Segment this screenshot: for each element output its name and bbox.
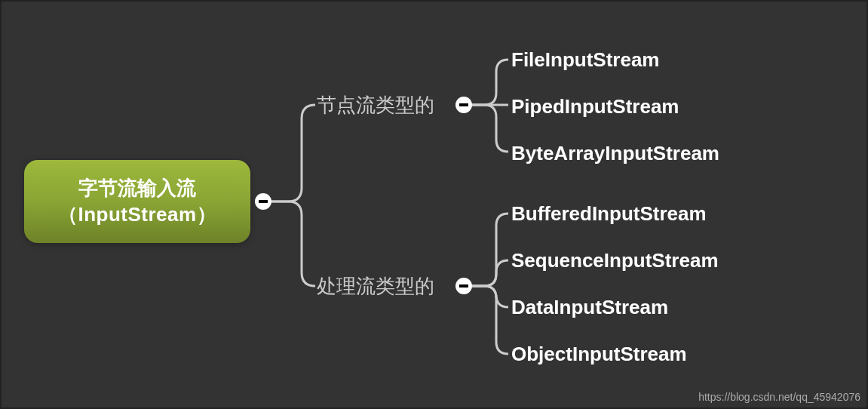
leaf-label: PipedInputStream — [511, 95, 679, 118]
branch-node-stream[interactable]: 节点流类型的 — [317, 92, 434, 118]
leaf-label: DataInputStream — [511, 296, 668, 318]
leaf-node[interactable]: ObjectInputStream — [511, 343, 687, 366]
leaf-node[interactable]: SequenceInputStream — [511, 249, 719, 272]
leaf-label: SequenceInputStream — [511, 249, 719, 272]
leaf-node[interactable]: ByteArrayInputStream — [511, 142, 719, 165]
branch-1-label: 节点流类型的 — [317, 94, 434, 116]
leaf-label: FileInputStream — [511, 48, 659, 71]
leaf-node[interactable]: PipedInputStream — [511, 95, 679, 118]
collapse-icon[interactable] — [455, 97, 472, 113]
leaf-label: ObjectInputStream — [511, 343, 687, 365]
branch-2-label: 处理流类型的 — [317, 275, 434, 297]
root-node[interactable]: 字节流输入流 （InputStream） — [24, 160, 250, 243]
watermark-text: https://blog.csdn.net/qq_45942076 — [698, 391, 860, 403]
leaf-node[interactable]: BufferedInputStream — [511, 202, 707, 226]
root-title-line2: （InputStream） — [58, 201, 216, 228]
collapse-icon[interactable] — [255, 193, 271, 210]
collapse-icon[interactable] — [455, 278, 472, 294]
leaf-node[interactable]: DataInputStream — [511, 296, 668, 319]
leaf-node[interactable]: FileInputStream — [511, 48, 659, 72]
leaf-label: BufferedInputStream — [511, 202, 707, 225]
root-title-line1: 字节流输入流 — [78, 175, 196, 201]
branch-process-stream[interactable]: 处理流类型的 — [317, 273, 434, 300]
leaf-label: ByteArrayInputStream — [511, 142, 719, 165]
